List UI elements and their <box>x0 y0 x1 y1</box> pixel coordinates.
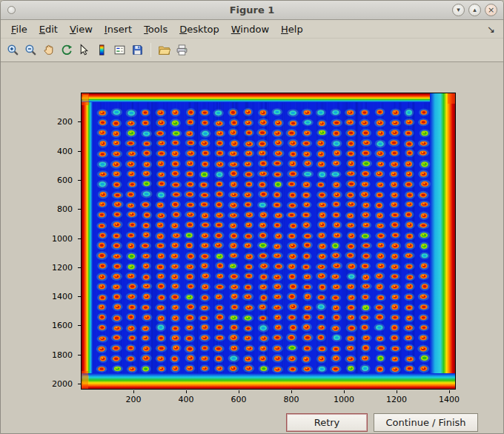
menubar: File Edit View Insert Tools Desktop Wind… <box>1 20 503 39</box>
x-axis-ticks: 200400600800100012001400 <box>81 390 456 407</box>
zoom-out-icon <box>24 44 37 56</box>
colorbar-icon <box>96 44 108 56</box>
window-title: Figure 1 <box>1 4 503 16</box>
y-tick-label: 1800 <box>52 350 73 359</box>
shade-button[interactable]: ▾ <box>452 4 465 16</box>
x-tick-label: 1400 <box>439 395 460 404</box>
y-tick-label: 400 <box>57 146 73 156</box>
menu-insert[interactable]: Insert <box>99 22 138 36</box>
insert-colorbar-button[interactable] <box>93 41 110 59</box>
rotate-3d-icon <box>60 44 73 56</box>
x-tick-label: 600 <box>231 395 246 404</box>
y-tick-mark <box>78 296 81 297</box>
x-tick-mark <box>186 390 187 393</box>
y-tick-mark <box>78 121 81 122</box>
y-tick-mark <box>78 209 81 210</box>
maximize-button[interactable]: ▴ <box>468 4 481 16</box>
menu-window[interactable]: Window <box>225 22 275 36</box>
zoom-in-icon <box>7 44 19 56</box>
y-tick-mark <box>78 325 81 326</box>
x-tick-mark <box>291 390 292 393</box>
y-tick-label: 2000 <box>52 379 73 389</box>
menu-desktop[interactable]: Desktop <box>173 22 225 36</box>
y-tick-mark <box>78 180 81 181</box>
open-button[interactable] <box>156 41 173 59</box>
y-tick-label: 600 <box>57 175 73 184</box>
menu-view[interactable]: View <box>64 22 99 36</box>
open-folder-icon <box>158 44 170 56</box>
x-tick-mark <box>133 390 134 393</box>
x-tick-mark <box>397 390 397 393</box>
plate-image[interactable] <box>82 93 455 389</box>
y-tick-label: 1000 <box>52 233 73 243</box>
toolbar <box>1 39 503 62</box>
menu-help[interactable]: Help <box>275 22 309 36</box>
x-tick-mark <box>449 390 450 393</box>
y-tick-mark <box>78 355 81 355</box>
titlebar[interactable]: Figure 1 ▾ ▴ × <box>1 1 503 20</box>
close-button[interactable]: × <box>485 4 497 16</box>
data-cursor-button[interactable] <box>76 41 93 59</box>
save-floppy-icon <box>131 44 144 56</box>
y-tick-mark <box>78 151 81 152</box>
rotate-3d-button[interactable] <box>58 41 75 59</box>
plot-box: 200400600800100012001400160018002000 200… <box>81 93 456 390</box>
x-tick-mark <box>239 390 239 393</box>
zoom-out-button[interactable] <box>22 41 39 59</box>
menu-edit[interactable]: Edit <box>33 22 64 36</box>
x-tick-label: 1200 <box>386 395 407 404</box>
y-tick-label: 1400 <box>52 292 73 301</box>
dock-figure-icon[interactable]: ↘ <box>487 24 499 35</box>
menu-tools[interactable]: Tools <box>138 22 173 36</box>
save-button[interactable] <box>129 41 146 59</box>
y-tick-label: 1200 <box>52 262 73 272</box>
x-tick-label: 400 <box>178 395 193 404</box>
y-tick-mark <box>78 238 81 239</box>
data-cursor-icon <box>78 44 90 56</box>
print-button[interactable] <box>173 41 190 59</box>
y-tick-label: 1600 <box>52 321 73 330</box>
figure-window: Figure 1 ▾ ▴ × File Edit View Insert Too… <box>0 0 504 434</box>
pan-hand-icon <box>42 44 55 56</box>
x-tick-label: 200 <box>125 395 141 404</box>
x-tick-label: 800 <box>283 395 299 404</box>
window-menu-button[interactable] <box>7 6 16 14</box>
y-tick-label: 200 <box>57 117 73 127</box>
y-tick-mark <box>78 384 81 384</box>
menu-file[interactable]: File <box>5 22 33 36</box>
retry-button[interactable]: Retry <box>286 413 368 432</box>
continue-finish-button[interactable]: Continue / Finish <box>374 413 478 432</box>
legend-icon <box>113 44 126 56</box>
figure-canvas-area: 200400600800100012001400160018002000 200… <box>1 62 503 433</box>
y-tick-mark <box>78 267 81 268</box>
y-tick-label: 800 <box>57 204 73 214</box>
pan-button[interactable] <box>40 41 57 59</box>
zoom-in-button[interactable] <box>4 41 21 59</box>
toolbar-separator <box>150 43 151 57</box>
insert-legend-button[interactable] <box>111 41 128 59</box>
y-axis-ticks: 200400600800100012001400160018002000 <box>35 93 79 390</box>
x-tick-label: 1000 <box>334 395 354 404</box>
print-icon <box>176 44 188 56</box>
x-tick-mark <box>344 390 345 393</box>
